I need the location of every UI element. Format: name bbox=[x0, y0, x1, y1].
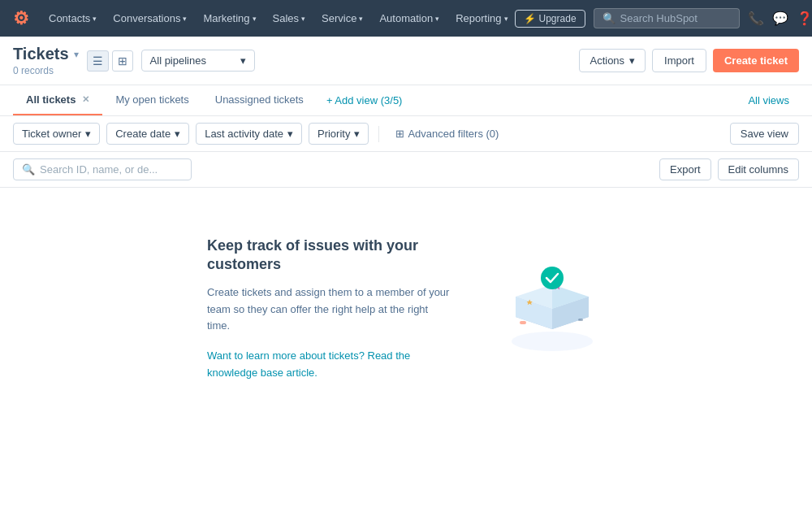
chevron-down-icon: ▾ bbox=[504, 15, 508, 23]
views-bar: All tickets ✕ My open tickets Unassigned… bbox=[0, 85, 812, 116]
tab-unassigned-tickets[interactable]: Unassigned tickets bbox=[202, 85, 317, 115]
list-view-button[interactable]: ☰ bbox=[87, 50, 109, 72]
upgrade-button[interactable]: ⚡ Upgrade bbox=[515, 10, 585, 28]
divider bbox=[378, 126, 379, 142]
chevron-down-icon: ▾ bbox=[301, 15, 305, 23]
top-navigation: ⚙ Contacts ▾ Conversations ▾ Marketing ▾… bbox=[0, 0, 812, 37]
hubspot-logo[interactable]: ⚙ bbox=[13, 8, 29, 29]
toolbar-right: Actions ▾ Import Create ticket bbox=[579, 49, 799, 72]
chevron-down-icon: ▾ bbox=[629, 54, 635, 67]
board-view-button[interactable]: ⊞ bbox=[112, 50, 133, 72]
empty-state: Keep track of issues with your customers… bbox=[0, 188, 812, 431]
lightning-icon: ⚡ bbox=[524, 13, 536, 24]
chevron-down-icon: ▾ bbox=[287, 128, 293, 140]
nav-item-automation[interactable]: Automation ▾ bbox=[373, 9, 446, 28]
chevron-down-icon: ▾ bbox=[93, 15, 97, 23]
all-views-button[interactable]: All views bbox=[738, 88, 799, 113]
priority-filter[interactable]: Priority ▾ bbox=[309, 123, 369, 145]
table-search[interactable]: 🔍 bbox=[13, 158, 192, 180]
help-icon[interactable]: ❓ bbox=[797, 11, 812, 26]
pipeline-selector[interactable]: All pipelines ▾ bbox=[141, 50, 255, 72]
export-button[interactable]: Export bbox=[659, 158, 711, 180]
page-toolbar: Tickets ▾ 0 records ☰ ⊞ All pipelines ▾ … bbox=[0, 37, 812, 85]
empty-state-text: Keep track of issues with your customers… bbox=[207, 236, 451, 382]
add-view-button[interactable]: + Add view (3/5) bbox=[317, 88, 412, 113]
chevron-down-icon: ▾ bbox=[435, 15, 439, 23]
record-count: 0 records bbox=[13, 65, 79, 76]
search-input[interactable] bbox=[620, 12, 731, 24]
actions-button[interactable]: Actions ▾ bbox=[579, 49, 646, 72]
chevron-down-icon: ▾ bbox=[85, 128, 91, 140]
filter-bar: Ticket owner ▾ Create date ▾ Last activi… bbox=[0, 116, 812, 152]
phone-icon[interactable]: 📞 bbox=[748, 11, 764, 26]
ticket-owner-filter[interactable]: Ticket owner ▾ bbox=[13, 123, 100, 145]
chevron-down-icon: ▾ bbox=[253, 15, 257, 23]
close-icon[interactable]: ✕ bbox=[82, 94, 89, 105]
empty-state-title: Keep track of issues with your customers bbox=[207, 236, 451, 275]
nav-item-marketing[interactable]: Marketing ▾ bbox=[197, 9, 262, 28]
chevron-down-icon: ▾ bbox=[359, 15, 363, 23]
chat-icon[interactable]: 💬 bbox=[772, 11, 788, 26]
svg-rect-10 bbox=[578, 319, 583, 321]
svg-point-8 bbox=[541, 267, 564, 289]
create-ticket-button[interactable]: Create ticket bbox=[713, 49, 799, 72]
filter-icon: ⊞ bbox=[395, 128, 404, 140]
svg-point-0 bbox=[512, 332, 593, 351]
nav-item-reporting[interactable]: Reporting ▾ bbox=[449, 9, 514, 28]
import-button[interactable]: Import bbox=[652, 49, 706, 72]
page-title: Tickets bbox=[13, 45, 69, 63]
search-icon: 🔍 bbox=[22, 163, 35, 176]
advanced-filters-button[interactable]: ⊞ Advanced filters (0) bbox=[389, 124, 505, 144]
main-content: Tickets ▾ 0 records ☰ ⊞ All pipelines ▾ … bbox=[0, 37, 812, 512]
toolbar-left: Tickets ▾ 0 records ☰ ⊞ All pipelines ▾ bbox=[13, 45, 255, 76]
nav-item-contacts[interactable]: Contacts ▾ bbox=[42, 9, 103, 28]
view-toggle: ☰ ⊞ bbox=[87, 50, 133, 72]
tab-all-tickets[interactable]: All tickets ✕ bbox=[13, 85, 102, 115]
search-icon: 🔍 bbox=[603, 12, 615, 24]
chevron-down-icon: ▾ bbox=[175, 128, 180, 140]
table-controls: 🔍 Export Edit columns bbox=[0, 152, 812, 188]
nav-item-service[interactable]: Service ▾ bbox=[315, 9, 369, 28]
nav-left: ⚙ Contacts ▾ Conversations ▾ Marketing ▾… bbox=[13, 8, 515, 29]
create-date-filter[interactable]: Create date ▾ bbox=[106, 123, 189, 145]
tab-my-open-tickets[interactable]: My open tickets bbox=[102, 85, 201, 115]
search-input[interactable] bbox=[40, 163, 183, 176]
chevron-down-icon: ▾ bbox=[183, 15, 187, 23]
nav-item-sales[interactable]: Sales ▾ bbox=[266, 9, 313, 28]
table-actions: Export Edit columns bbox=[659, 158, 799, 180]
chevron-down-icon: ▾ bbox=[240, 54, 246, 67]
last-activity-filter[interactable]: Last activity date ▾ bbox=[196, 123, 302, 145]
chevron-down-icon: ▾ bbox=[354, 128, 360, 140]
global-search[interactable]: 🔍 bbox=[594, 8, 740, 28]
save-view-button[interactable]: Save view bbox=[730, 123, 799, 145]
nav-right: ⚡ Upgrade 🔍 📞 💬 ❓ ⚙ 🔔 IS Inspired Spac ▾ bbox=[515, 7, 812, 31]
knowledge-base-link[interactable]: Want to learn more about tickets? Read t… bbox=[207, 348, 451, 382]
title-chevron-icon[interactable]: ▾ bbox=[74, 49, 79, 60]
empty-state-illustration bbox=[499, 260, 605, 358]
empty-state-description: Create tickets and assign them to a memb… bbox=[207, 284, 451, 335]
edit-columns-button[interactable]: Edit columns bbox=[718, 158, 799, 180]
svg-rect-9 bbox=[520, 321, 526, 324]
nav-item-conversations[interactable]: Conversations ▾ bbox=[106, 9, 193, 28]
page-title-group: Tickets ▾ 0 records bbox=[13, 45, 79, 76]
